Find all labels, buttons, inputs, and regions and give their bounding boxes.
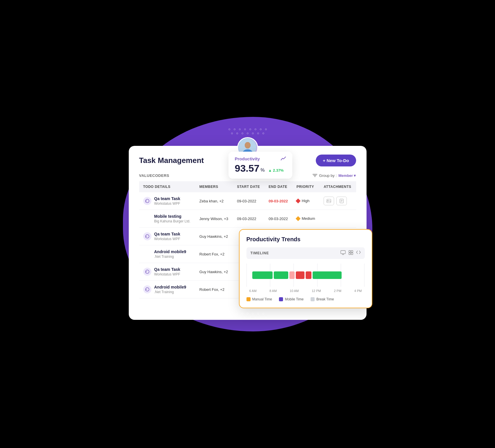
- col-header-priority: PRIORITY: [292, 181, 320, 192]
- trends-card: Productivity Trends TIMELINE: [239, 229, 372, 308]
- timeline-icons: [340, 250, 361, 256]
- legend-color-manual: [246, 297, 251, 301]
- task-icon-refresh: [143, 232, 151, 240]
- task-sub: .Net Training: [154, 290, 186, 294]
- productivity-label: Productivity: [235, 156, 260, 161]
- bar-5: [306, 271, 311, 279]
- image-attachment-icon[interactable]: [324, 197, 334, 205]
- x-label: 2 PM: [334, 289, 341, 293]
- task-details-cell: Qa team Task Workstatus WPF: [143, 267, 191, 276]
- priority-icon-medium: [296, 216, 301, 221]
- member-text: Zeba khan, +2: [200, 199, 224, 203]
- task-details-cell: Qa team Task Workstatus WPF: [143, 232, 191, 241]
- group-by-control: Group by : Member ▾: [313, 173, 356, 178]
- priority-text: High: [302, 199, 309, 203]
- group-by-value[interactable]: Member ▾: [338, 173, 356, 178]
- monitor-icon[interactable]: [340, 250, 346, 256]
- table-row: Mobile testing Big Kahuna Burger Ltd. Je…: [139, 210, 356, 227]
- section-name: VALUECODERS: [139, 173, 169, 178]
- bar-2: [274, 271, 288, 279]
- bar-3: [289, 271, 295, 279]
- task-name: Android mobile9: [154, 285, 186, 289]
- attachments-cell: [324, 197, 352, 205]
- legend-color-mobile: [279, 297, 283, 301]
- svg-rect-17: [351, 251, 353, 252]
- table-row: Qa team Task Workstatus WPF Zeba khan, +…: [139, 192, 356, 210]
- timeline-label: TIMELINE: [251, 251, 269, 255]
- end-date: 09-03-2022: [269, 217, 288, 221]
- legend-color-break: [311, 297, 315, 301]
- col-header-attachments: ATTACHMENTS: [320, 181, 356, 192]
- priority-cell: High: [296, 199, 316, 203]
- task-name: Qa team Task: [154, 267, 180, 272]
- priority-cell: Medium: [296, 216, 316, 221]
- svg-rect-13: [341, 251, 345, 254]
- col-header-end: END DATE: [264, 181, 292, 192]
- priority-text: Medium: [302, 216, 315, 221]
- legend-break-time: Break Time: [311, 297, 334, 301]
- outer-wrapper: Productivity 93.57 % ▲ 2.37% Task Manage…: [117, 111, 378, 337]
- member-text: Robert Fox, +2: [200, 287, 224, 292]
- svg-rect-7: [327, 199, 331, 203]
- task-name: Android mobile9: [154, 249, 186, 254]
- group-by-label: Group by :: [319, 173, 337, 178]
- chart-legend: Manual Time Mobile Time Break Time: [246, 297, 365, 301]
- member-text: Guy Hawkins, +2: [200, 234, 228, 239]
- member-text: Robert Fox, +2: [200, 252, 224, 256]
- svg-rect-16: [349, 251, 351, 252]
- task-sub: Workstatus WPF: [154, 237, 180, 241]
- chart-bars: [252, 271, 362, 279]
- task-details-cell: Qa team Task Workstatus WPF: [143, 196, 191, 206]
- bar-4: [296, 271, 304, 279]
- productivity-value: 93.57: [235, 163, 260, 174]
- x-label: 10 AM: [290, 289, 299, 293]
- priority-icon-high: [296, 198, 301, 203]
- member-text: Jenny Wilson, +3: [200, 217, 228, 221]
- task-details-cell: Android mobile9 .Net Training: [143, 249, 191, 259]
- chart-area: [246, 264, 365, 287]
- task-sub: Big Kahuna Burger Ltd.: [154, 219, 191, 223]
- doc-attachment-icon[interactable]: [336, 197, 347, 205]
- task-icon-refresh: [143, 197, 151, 205]
- bar-1: [252, 271, 273, 279]
- legend-label-break: Break Time: [316, 297, 334, 301]
- task-details-cell: Mobile testing Big Kahuna Burger Ltd.: [143, 214, 191, 223]
- trends-title: Productivity Trends: [246, 236, 365, 243]
- page-title: Task Management: [139, 156, 204, 165]
- new-todo-button[interactable]: + New To-Do: [316, 155, 356, 166]
- code-icon[interactable]: [356, 250, 361, 256]
- task-icon-refresh: [143, 268, 151, 276]
- end-date: 09-03-2022: [269, 199, 288, 203]
- legend-label-mobile: Mobile Time: [285, 297, 304, 301]
- dots-top: [229, 128, 267, 134]
- svg-point-3: [245, 142, 251, 148]
- productivity-percent: %: [261, 168, 265, 173]
- task-icon-refresh: [143, 285, 151, 293]
- bar-6: [313, 271, 342, 279]
- x-label: 6 AM: [249, 289, 257, 293]
- start-date: 09-03-2022: [237, 217, 256, 221]
- grid-icon[interactable]: [349, 250, 353, 256]
- productivity-widget: Productivity 93.57 % ▲ 2.37%: [229, 152, 292, 179]
- task-name: Qa team Task: [154, 232, 180, 236]
- col-header-details: TODO DETAILS: [139, 181, 195, 192]
- task-name: Qa team Task: [154, 196, 180, 201]
- svg-rect-19: [351, 253, 353, 255]
- timeline-header: TIMELINE: [246, 247, 365, 259]
- task-sub: .Net Training: [154, 255, 186, 259]
- x-label: 4 PM: [354, 289, 362, 293]
- x-label: 8 AM: [269, 289, 277, 293]
- task-details-cell: Android mobile9 .Net Training: [143, 285, 191, 294]
- task-sub: Workstatus WPF: [154, 202, 180, 206]
- dots-bottom: [229, 313, 267, 318]
- trend-icon: [281, 156, 286, 162]
- task-sub: Workstatus WPF: [154, 272, 180, 276]
- col-header-members: MEMBERS: [195, 181, 233, 192]
- chart-x-labels: 6 AM 8 AM 10 AM 12 PM 2 PM 4 PM: [246, 289, 365, 293]
- legend-manual-time: Manual Time: [246, 297, 272, 301]
- start-date: 09-03-2022: [237, 199, 256, 203]
- member-text: Guy Hawkins, +2: [200, 270, 228, 274]
- legend-mobile-time: Mobile Time: [279, 297, 304, 301]
- svg-rect-18: [349, 253, 351, 255]
- col-header-start: START DATE: [233, 181, 264, 192]
